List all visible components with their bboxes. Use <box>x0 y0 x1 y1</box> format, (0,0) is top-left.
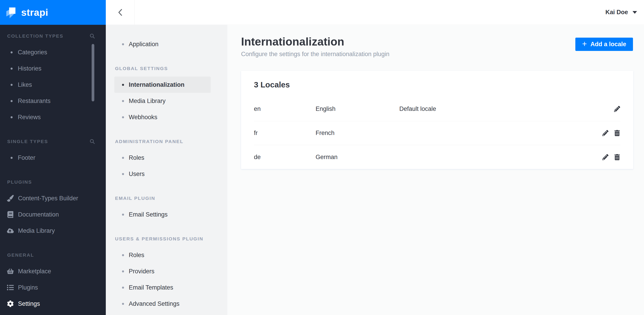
locale-code: de <box>254 154 316 161</box>
section-title: PLUGINS <box>7 179 32 185</box>
sidebar-scrollbar-thumb[interactable] <box>92 44 94 101</box>
page-title: Internationalization <box>241 35 344 48</box>
sidebar-item-restaurants[interactable]: Restaurants <box>0 93 106 109</box>
list-icon <box>6 284 14 291</box>
trash-icon <box>614 154 620 160</box>
locale-code: fr <box>254 130 316 137</box>
table-row-en: en English Default locale <box>254 97 620 121</box>
section-title: GENERAL <box>7 252 34 258</box>
bullet-dot-icon <box>122 214 124 216</box>
top-bar: Kai Doe <box>106 0 644 25</box>
settings-item-email-templates[interactable]: Email Templates <box>114 279 211 296</box>
sidebar-item-reviews[interactable]: Reviews <box>0 109 106 125</box>
section-title: COLLECTION TYPES <box>7 33 64 39</box>
sidebar-item-marketplace[interactable]: Marketplace <box>0 263 106 279</box>
strapi-logo-text: strapi <box>21 7 48 18</box>
back-button[interactable] <box>106 0 134 25</box>
bullet-dot-icon <box>10 157 12 159</box>
sidebar-item-media-library[interactable]: Media Library <box>0 223 106 239</box>
table-row-fr: fr French <box>254 121 620 145</box>
section-title: SINGLE TYPES <box>7 139 48 144</box>
sidebar-section-general: GENERAL Marketplace Plugins Settings <box>0 250 106 312</box>
plus-icon: + <box>582 40 587 48</box>
gear-icon <box>6 300 14 307</box>
bullet-dot-icon <box>10 116 12 118</box>
bullet-dot-icon <box>122 84 124 86</box>
edit-locale-button[interactable] <box>602 130 609 137</box>
locales-table: en English Default locale fr French <box>254 97 620 169</box>
bullet-dot-icon <box>122 270 124 272</box>
row-actions <box>597 154 620 160</box>
strapi-admin-app: strapi COLLECTION TYPES Categories Histo… <box>0 0 644 315</box>
page-subtitle: Configure the settings for the internati… <box>241 51 390 58</box>
edit-locale-button[interactable] <box>614 106 620 112</box>
sidebar-section-collection-types: COLLECTION TYPES Categories Histories Li… <box>0 32 106 125</box>
locale-name: French <box>316 130 399 137</box>
sidebar-item-documentation[interactable]: Documentation <box>0 206 106 223</box>
settings-item-media-library[interactable]: Media Library <box>114 93 211 109</box>
strapi-logo-icon <box>6 6 18 19</box>
bullet-dot-icon <box>122 100 124 102</box>
settings-section-email-plugin: EMAIL PLUGIN Email Settings <box>106 194 227 223</box>
sidebar-item-footer[interactable]: Footer <box>0 150 106 166</box>
locale-name: German <box>316 154 399 161</box>
search-icon[interactable] <box>90 139 95 144</box>
user-menu[interactable]: Kai Doe <box>605 9 637 16</box>
settings-item-internationalization[interactable]: Internationalization <box>114 77 211 93</box>
settings-item-up-roles[interactable]: Roles <box>114 247 211 263</box>
sidebar-item-histories[interactable]: Histories <box>0 60 106 77</box>
locale-note: Default locale <box>399 105 609 112</box>
cloud-upload-icon <box>6 227 14 234</box>
bullet-dot-icon <box>10 51 12 53</box>
add-locale-button[interactable]: + Add a locale <box>575 38 633 51</box>
sidebar-item-categories[interactable]: Categories <box>0 44 106 60</box>
pencil-icon <box>602 130 608 136</box>
bullet-dot-icon <box>10 100 12 102</box>
sidebar-item-content-types-builder[interactable]: Content-Types Builder <box>0 190 106 206</box>
settings-item-admin-users[interactable]: Users <box>114 166 211 182</box>
table-row-de: de German <box>254 145 620 169</box>
settings-section-admin-panel: ADMINISTRATION PANEL Roles Users <box>106 137 227 182</box>
section-header: PLUGINS <box>0 178 106 187</box>
settings-section-users-permissions: USERS & PERMISSIONS PLUGIN Roles Provide… <box>106 234 227 312</box>
delete-locale-button[interactable] <box>614 130 620 137</box>
section-title: ADMINISTRATION PANEL <box>106 137 227 146</box>
settings-item-webhooks[interactable]: Webhooks <box>114 109 211 125</box>
bullet-dot-icon <box>10 84 12 86</box>
main-content: Internationalization Configure the setti… <box>227 25 644 315</box>
locale-code: en <box>254 105 316 112</box>
section-header: SINGLE TYPES <box>0 137 106 146</box>
bullet-dot-icon <box>122 173 124 175</box>
sidebar-item-plugins[interactable]: Plugins <box>0 279 106 296</box>
main-sidebar: strapi COLLECTION TYPES Categories Histo… <box>0 0 106 315</box>
edit-locale-button[interactable] <box>602 154 609 160</box>
settings-item-application[interactable]: Application <box>114 36 211 52</box>
settings-item-advanced-settings[interactable]: Advanced Settings <box>114 296 211 312</box>
sidebar-item-likes[interactable]: Likes <box>0 77 106 93</box>
row-actions <box>597 130 620 137</box>
settings-section-global: GLOBAL SETTINGS Internationalization Med… <box>106 64 227 125</box>
settings-item-admin-roles[interactable]: Roles <box>114 150 211 166</box>
bullet-dot-icon <box>122 303 124 305</box>
add-locale-label: Add a locale <box>590 41 626 48</box>
locales-card: 3 Locales en English Default locale fr F… <box>241 71 633 169</box>
bullet-dot-icon <box>122 287 124 289</box>
strapi-logo[interactable]: strapi <box>0 0 106 25</box>
sidebar-section-single-types: SINGLE TYPES Footer <box>0 137 106 166</box>
sidebar-item-settings[interactable]: Settings <box>0 296 106 312</box>
section-title: GLOBAL SETTINGS <box>106 64 227 73</box>
trash-icon <box>614 130 620 136</box>
sidebar-section-plugins: PLUGINS Content-Types Builder Documentat… <box>0 178 106 239</box>
settings-item-providers[interactable]: Providers <box>114 263 211 279</box>
section-header: COLLECTION TYPES <box>0 32 106 41</box>
locales-card-title: 3 Locales <box>254 80 290 89</box>
search-icon[interactable] <box>90 33 95 39</box>
pencil-icon <box>602 154 608 160</box>
caret-down-icon <box>632 11 637 14</box>
delete-locale-button[interactable] <box>614 154 620 160</box>
locale-name: English <box>316 105 399 112</box>
bullet-dot-icon <box>122 43 124 45</box>
bullet-dot-icon <box>122 157 124 159</box>
settings-item-email-settings[interactable]: Email Settings <box>114 206 211 223</box>
chevron-left-icon <box>118 9 123 16</box>
